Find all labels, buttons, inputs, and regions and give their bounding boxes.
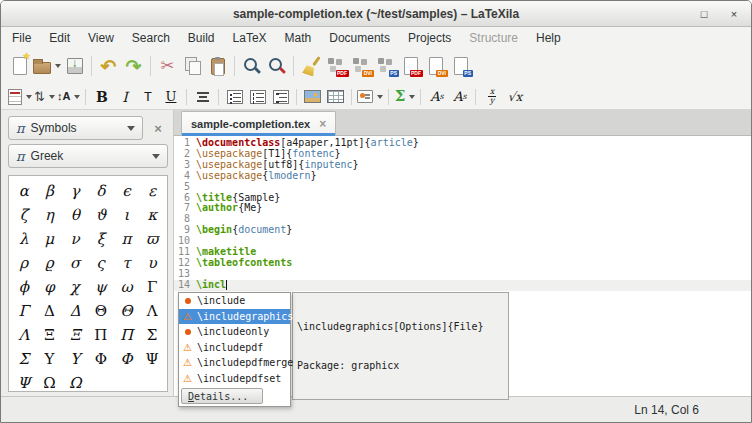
code-line-7[interactable]: 7\author{Me} <box>174 203 751 214</box>
symbol-Γ[interactable]: Γ <box>147 278 157 296</box>
maximize-icon[interactable]: □ <box>697 7 711 21</box>
symbol-ρ[interactable]: ρ <box>19 254 28 272</box>
build-pdf-button[interactable]: PDF <box>324 53 347 79</box>
symbol-Υ[interactable]: Υ <box>70 350 80 368</box>
symbol-Ξ[interactable]: Ξ <box>70 326 81 344</box>
symbol-λ[interactable]: λ <box>19 230 29 248</box>
symbol-υ[interactable]: υ <box>148 254 157 272</box>
symbol-κ[interactable]: κ <box>147 206 156 224</box>
symbol-Ξ[interactable]: Ξ <box>44 326 55 344</box>
symbol-ν[interactable]: ν <box>71 230 80 248</box>
symbol-Φ[interactable]: Φ <box>95 350 107 368</box>
symbol-Ψ[interactable]: Ψ <box>146 350 159 368</box>
symbol-ϵ[interactable]: ϵ <box>122 182 130 200</box>
symbol-Φ[interactable]: Φ <box>120 350 132 368</box>
menu-latex[interactable]: LaTeX <box>224 29 276 47</box>
symbol-category-selector[interactable]: π Greek <box>8 144 168 168</box>
tab-sample-completion[interactable]: sample-completion.tex × <box>181 111 336 135</box>
symbol-τ[interactable]: τ <box>122 254 130 272</box>
search-replace-button[interactable] <box>265 53 288 79</box>
menu-build[interactable]: Build <box>179 29 224 47</box>
superscript-button[interactable]: As <box>426 86 447 107</box>
symbol-μ[interactable]: μ <box>45 230 55 248</box>
center-button[interactable] <box>192 86 213 107</box>
new-document-button[interactable] <box>8 53 31 79</box>
build-ps-button[interactable]: PS <box>374 53 397 79</box>
symbol-ω[interactable]: ω <box>120 278 132 296</box>
menu-edit[interactable]: Edit <box>40 29 79 47</box>
list-itemize-button[interactable] <box>224 86 245 107</box>
italic-button[interactable]: I <box>114 86 135 107</box>
symbol-ϖ[interactable]: ϖ <box>146 230 158 248</box>
symbol-χ[interactable]: χ <box>71 278 80 296</box>
symbol-γ[interactable]: γ <box>71 182 80 200</box>
redo-button[interactable]: ↷ <box>122 53 145 79</box>
symbol-θ[interactable]: θ <box>71 206 80 224</box>
math-button[interactable]: Σ <box>394 86 415 107</box>
symbol-Π[interactable]: Π <box>120 326 133 344</box>
symbol-ι[interactable]: ι <box>124 206 130 224</box>
symbol-ϕ[interactable]: ϕ <box>19 278 29 296</box>
references-button[interactable]: ⇅ <box>34 86 55 107</box>
symbol-Π[interactable]: Π <box>94 326 107 344</box>
symbol-β[interactable]: β <box>45 182 54 200</box>
symbol-Ψ[interactable]: Ψ <box>17 374 30 392</box>
symbol-Υ[interactable]: Υ <box>45 350 55 368</box>
close-panel-button[interactable]: × <box>148 117 168 139</box>
symbol-ς[interactable]: ς <box>97 254 105 272</box>
sqrt-button[interactable]: √x <box>504 86 525 107</box>
menu-documents[interactable]: Documents <box>320 29 399 47</box>
clean-button[interactable] <box>299 53 322 79</box>
menu-view[interactable]: View <box>79 29 123 47</box>
symbol-Θ[interactable]: Θ <box>120 302 132 320</box>
panel-selector[interactable]: π Symbols <box>8 116 143 140</box>
code-line-12[interactable]: 12\tableofcontents <box>174 258 751 269</box>
fraction-button[interactable]: xy <box>481 86 502 107</box>
figure-button[interactable] <box>302 86 323 107</box>
bold-button[interactable]: B <box>91 86 112 107</box>
code-line-10[interactable]: 10 <box>174 236 751 247</box>
menu-math[interactable]: Math <box>276 29 321 47</box>
symbol-ξ[interactable]: ξ <box>97 230 105 248</box>
symbol-ϱ[interactable]: ϱ <box>45 254 54 272</box>
subscript-button[interactable]: As <box>449 86 470 107</box>
symbol-Λ[interactable]: Λ <box>147 302 158 320</box>
symbol-Λ[interactable]: Λ <box>18 326 29 344</box>
symbol-φ[interactable]: φ <box>44 278 55 296</box>
close-icon[interactable]: × <box>727 7 741 21</box>
list-description-button[interactable] <box>270 86 291 107</box>
code-line-9[interactable]: 9\begin{document} <box>174 225 751 236</box>
details-button[interactable]: Details... <box>181 388 263 404</box>
symbol-Ω[interactable]: Ω <box>69 374 81 392</box>
completion-item[interactable]: \include <box>179 293 290 309</box>
presentation-button[interactable] <box>357 86 383 107</box>
menu-projects[interactable]: Projects <box>399 29 460 47</box>
symbol-π[interactable]: π <box>122 230 132 248</box>
save-button[interactable] <box>63 53 86 79</box>
symbol-Σ[interactable]: Σ <box>19 350 30 368</box>
symbol-Δ[interactable]: Δ <box>70 302 81 320</box>
symbol-ϑ[interactable]: ϑ <box>95 206 106 224</box>
search-button[interactable] <box>240 53 263 79</box>
symbol-ε[interactable]: ε <box>148 182 156 200</box>
symbol-ζ[interactable]: ζ <box>20 206 28 224</box>
symbol-Θ[interactable]: Θ <box>95 302 107 320</box>
typewriter-button[interactable]: T <box>137 86 158 107</box>
completion-item[interactable]: ⚠\includepdfmerge <box>179 355 290 371</box>
cut-button[interactable]: ✂ <box>156 53 179 79</box>
symbol-Ω[interactable]: Ω <box>43 374 55 392</box>
view-dvi-button[interactable]: DVI <box>424 53 447 79</box>
tab-close-icon[interactable]: × <box>319 117 326 131</box>
menu-search[interactable]: Search <box>123 29 179 47</box>
symbol-α[interactable]: α <box>19 182 29 200</box>
character-size-button[interactable]: ↕A <box>57 86 80 107</box>
symbol-ψ[interactable]: ψ <box>95 278 107 296</box>
open-button[interactable] <box>33 53 61 79</box>
completion-item[interactable]: ⚠\includepdfset <box>179 371 290 387</box>
sections-button[interactable] <box>8 86 32 107</box>
completion-item[interactable]: \includeonly <box>179 324 290 340</box>
list-enumerate-button[interactable] <box>247 86 268 107</box>
underline-button[interactable]: U <box>160 86 181 107</box>
menu-file[interactable]: File <box>3 29 40 47</box>
code-line-13[interactable]: 13 <box>174 269 751 280</box>
